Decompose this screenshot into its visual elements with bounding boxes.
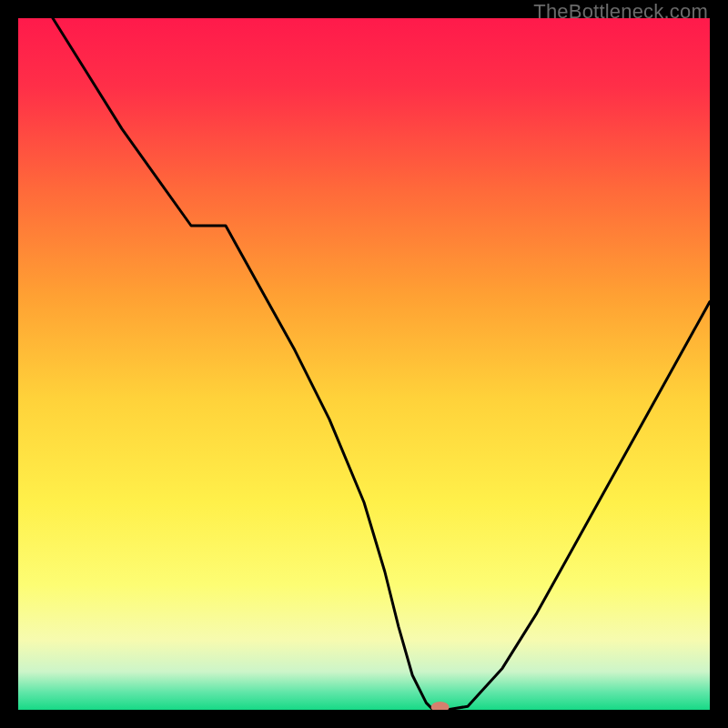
gradient-background — [18, 18, 710, 710]
watermark-label: TheBottleneck.com — [533, 0, 708, 24]
chart-frame: TheBottleneck.com — [0, 0, 728, 728]
bottleneck-chart — [18, 18, 710, 710]
plot-area — [18, 18, 710, 710]
